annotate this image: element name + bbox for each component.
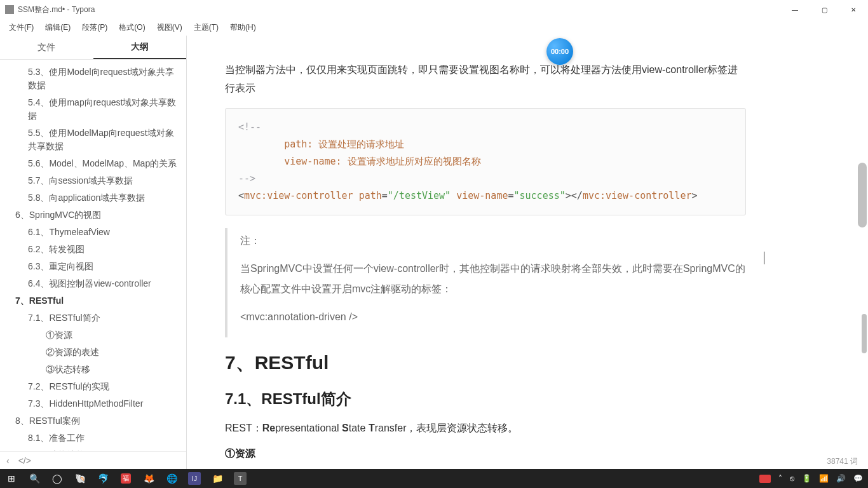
outline-item[interactable]: 6.3、重定向视图 — [0, 258, 186, 275]
outline-item[interactable]: 6.1、ThymeleafView — [0, 224, 186, 241]
menu-file[interactable]: 文件(F) — [4, 20, 39, 35]
tray-up-icon[interactable]: ˄ — [778, 474, 782, 483]
outline-item[interactable]: ②资源的表述 — [0, 344, 186, 361]
editor[interactable]: 当控制器方法中，仅仅用来实现页面跳转，即只需要设置视图名称时，可以将处理器方法使… — [187, 36, 868, 469]
outline-item[interactable]: 6、SpringMVC的视图 — [0, 207, 186, 224]
explorer-icon[interactable]: 📁 — [211, 472, 224, 485]
heading-resource[interactable]: ①资源 — [225, 447, 746, 461]
battery-icon[interactable]: 🔋 — [802, 474, 811, 483]
word-count[interactable]: 38741 词 — [827, 456, 858, 467]
outline-item[interactable]: 5.6、Model、ModelMap、Map的关系 — [0, 155, 186, 172]
outline-item[interactable]: 5.5、使用ModelMap向request域对象共享数据 — [0, 125, 186, 155]
wifi-icon[interactable]: 📶 — [819, 474, 829, 483]
note-title: 注： — [240, 231, 746, 251]
rest-definition[interactable]: REST：Representational State Transfer，表现层… — [225, 419, 746, 438]
taskbar: ⊞ 🔍 ◯ 🐚 🐬 福 🦊 🌐 IJ 📁 T ˄ ⎋ 🔋 📶 🔊 💬 — [0, 469, 868, 488]
note-code: <mvc:annotation-driven /> — [240, 307, 746, 327]
outline-item[interactable]: 7、RESTful — [0, 292, 186, 309]
app1-icon[interactable]: 🐚 — [74, 472, 86, 485]
close-button[interactable]: ✕ — [839, 0, 868, 19]
ime-icon[interactable] — [759, 475, 771, 483]
statusbar: 38741 词 — [827, 454, 858, 469]
outline-item[interactable]: 5.4、使用map向request域对象共享数据 — [0, 94, 186, 125]
code-block[interactable]: <!-- path: 设置处理的请求地址 view-name: 设置请求地址所对… — [225, 108, 746, 215]
outline-item[interactable]: 6.2、转发视图 — [0, 241, 186, 258]
notifications-icon[interactable]: 💬 — [853, 474, 863, 483]
note-block[interactable]: 注： 当SpringMVC中设置任何一个view-controller时，其他控… — [225, 228, 746, 337]
app-icon — [5, 5, 14, 14]
intellij-icon[interactable]: IJ — [188, 472, 201, 485]
cortana-icon[interactable]: ◯ — [51, 472, 64, 485]
note-body: 当SpringMVC中设置任何一个view-controller时，其他控制器中… — [240, 259, 746, 299]
start-icon[interactable]: ⊞ — [5, 472, 18, 485]
outline-item[interactable]: 8.2、功能清单 — [0, 447, 186, 451]
outline-item[interactable]: 6.4、视图控制器view-controller — [0, 275, 186, 292]
firefox-icon[interactable]: 🦊 — [142, 472, 155, 485]
maximize-button[interactable]: ▢ — [810, 0, 839, 19]
outline-item[interactable]: 8.1、准备工作 — [0, 430, 186, 447]
minimize-button[interactable]: — — [780, 0, 810, 19]
search-icon[interactable]: 🔍 — [28, 472, 41, 485]
sidebar-footer: ‹ </> — [0, 451, 186, 469]
tab-outline[interactable]: 大纲 — [93, 36, 187, 59]
menu-edit[interactable]: 编辑(E) — [40, 20, 76, 35]
menu-view[interactable]: 视图(V) — [152, 20, 187, 35]
outline-item[interactable]: 5.8、向application域共享数据 — [0, 189, 186, 207]
titlebar: SSM整合.md• - Typora — ▢ ✕ — [0, 0, 868, 19]
source-mode-icon[interactable]: </> — [18, 456, 31, 466]
outline-item[interactable]: 7.1、RESTful简介 — [0, 309, 186, 327]
editor-scrollbar-thumb[interactable] — [858, 163, 867, 227]
timer-badge[interactable]: 00:00 — [546, 38, 573, 65]
window-title: SSM整合.md• - Typora — [18, 4, 95, 15]
outline-item[interactable]: 8、RESTful案例 — [0, 412, 186, 430]
menu-paragraph[interactable]: 段落(P) — [77, 20, 112, 35]
tab-files[interactable]: 文件 — [0, 36, 93, 59]
outline-item[interactable]: ①资源 — [0, 327, 186, 344]
bluetooth-icon[interactable]: ⎋ — [790, 474, 794, 483]
menu-help[interactable]: 帮助(H) — [225, 20, 261, 35]
chrome-icon[interactable]: 🌐 — [165, 472, 178, 485]
menu-theme[interactable]: 主题(T) — [189, 20, 224, 35]
typora-icon[interactable]: T — [234, 472, 247, 485]
heading-7-1[interactable]: 7.1、RESTful简介 — [225, 389, 746, 409]
outline-item[interactable]: ③状态转移 — [0, 361, 186, 378]
back-icon[interactable]: ‹ — [6, 456, 10, 466]
heading-7[interactable]: 7、RESTful — [225, 350, 746, 376]
sidebar: 文件 大纲 5.3、使用Model向request域对象共享数据5.4、使用ma… — [0, 36, 187, 469]
menu-format[interactable]: 格式(O) — [114, 20, 150, 35]
app3-icon[interactable]: 福 — [119, 472, 132, 485]
outline-item[interactable]: 7.2、RESTful的实现 — [0, 378, 186, 395]
volume-icon[interactable]: 🔊 — [836, 474, 846, 483]
menubar: 文件(F) 编辑(E) 段落(P) 格式(O) 视图(V) 主题(T) 帮助(H… — [0, 19, 868, 36]
outline-item[interactable]: 5.7、向session域共享数据 — [0, 172, 186, 189]
outline-list[interactable]: 5.3、使用Model向request域对象共享数据5.4、使用map向requ… — [0, 60, 186, 451]
window-controls: — ▢ ✕ — [780, 0, 868, 19]
outline-item[interactable]: 7.3、HiddenHttpMethodFilter — [0, 395, 186, 412]
text-caret — [764, 252, 764, 264]
outline-item[interactable]: 5.3、使用Model向request域对象共享数据 — [0, 64, 186, 94]
app2-icon[interactable]: 🐬 — [97, 472, 109, 485]
main-scrollbar-thumb[interactable] — [862, 314, 867, 353]
intro-paragraph[interactable]: 当控制器方法中，仅仅用来实现页面跳转，即只需要设置视图名称时，可以将处理器方法使… — [225, 61, 746, 98]
